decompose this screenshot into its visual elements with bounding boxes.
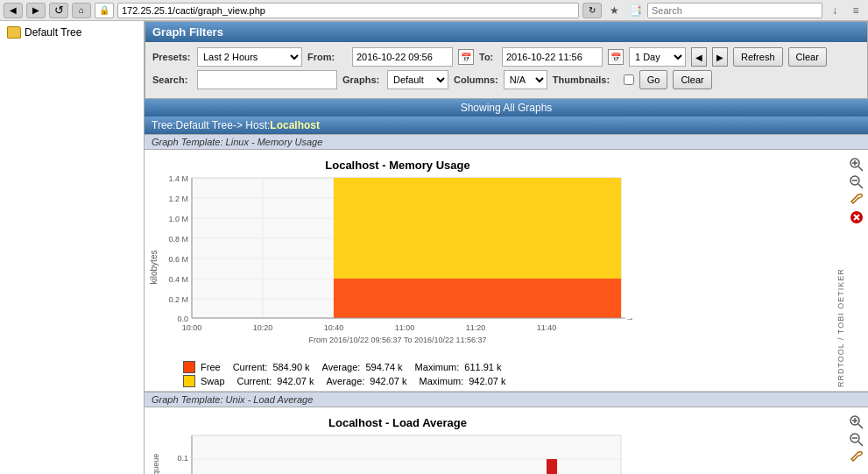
refresh-browser-button[interactable]: ↺: [49, 3, 68, 18]
legend-row-swap: Swap Current: 942.07 k Average: 942.07 k…: [183, 375, 836, 387]
timespan-select[interactable]: 1 Day: [629, 47, 686, 67]
svg-text:10:40: 10:40: [324, 323, 344, 332]
next-timespan-button[interactable]: ▶: [712, 47, 728, 67]
search-input[interactable]: [197, 70, 337, 89]
graph1-tools: [849, 153, 864, 387]
legend-current-label-swap: Current:: [237, 376, 272, 386]
to-calendar-icon[interactable]: 📅: [608, 49, 624, 65]
to-label: To:: [479, 52, 497, 62]
svg-text:0.2 M: 0.2 M: [168, 295, 188, 304]
legend-max-label-swap: Maximum:: [420, 376, 464, 386]
presets-label: Presets:: [152, 52, 192, 62]
clear-button[interactable]: Clear: [788, 47, 827, 67]
presets-select[interactable]: Last 2 Hours: [197, 47, 302, 67]
legend-current-label-free: Current:: [233, 362, 268, 372]
columns-label: Columns:: [454, 74, 498, 85]
legend-avg-label-free: Average:: [322, 362, 361, 372]
lock-icon: 🔒: [99, 5, 109, 15]
wrench-icon[interactable]: [849, 192, 864, 208]
graph1-wrapper: Localhost - Memory Usage kilobytes: [145, 150, 868, 392]
prev-timespan-button[interactable]: ◀: [691, 47, 707, 67]
svg-text:Localhost - Load Average: Localhost - Load Average: [328, 416, 467, 429]
home-button[interactable]: ⌂: [72, 3, 91, 18]
svg-line-43: [858, 184, 863, 188]
zoom-in-icon[interactable]: [849, 157, 864, 173]
legend-row-free: Free Current: 584.90 k Average: 594.74 k…: [183, 361, 836, 373]
filter-row-2: Search: Graphs: Default Columns: N/A Thu…: [152, 70, 860, 89]
filters-title: Graph Filters: [145, 22, 867, 42]
filters-panel: Graph Filters Presets: Last 2 Hours From…: [145, 21, 868, 99]
download-icon[interactable]: ↓: [826, 3, 843, 18]
zoom-out-icon[interactable]: [849, 174, 864, 190]
columns-select[interactable]: N/A: [504, 70, 547, 89]
folder-icon: [7, 26, 21, 39]
browser-search-input[interactable]: [647, 3, 822, 18]
legend-max-label-free: Maximum:: [415, 362, 460, 372]
url-bar[interactable]: [117, 3, 579, 18]
svg-text:1.2 M: 1.2 M: [168, 195, 188, 203]
graph2-wrench-icon[interactable]: [849, 449, 864, 465]
to-input[interactable]: [502, 47, 603, 67]
svg-rect-18: [334, 178, 621, 279]
from-input[interactable]: [352, 47, 453, 67]
legend-color-swap: [183, 375, 195, 387]
svg-text:From 2016/10/22 09:56:37 To 20: From 2016/10/22 09:56:37 To 2016/10/22 1…: [309, 336, 487, 344]
graphs-label: Graphs:: [342, 74, 382, 85]
filters-body: Presets: Last 2 Hours From: 📅 To: 📅 1 Da…: [145, 42, 867, 98]
from-label: From:: [307, 52, 347, 62]
go-button[interactable]: Go: [639, 70, 668, 89]
breadcrumb-arrow: ->: [233, 119, 243, 131]
svg-line-63: [858, 442, 863, 446]
graph2-zoom-in-icon[interactable]: [849, 414, 864, 430]
svg-text:11:20: 11:20: [466, 323, 486, 332]
clear2-button[interactable]: Clear: [673, 70, 711, 89]
from-calendar-icon[interactable]: 📅: [458, 49, 474, 65]
menu-icon[interactable]: ≡: [847, 3, 864, 18]
graph1-template-name: Linux - Memory Usage: [226, 137, 323, 147]
breadcrumb-host-label: Host:: [245, 119, 270, 131]
graph1-legend: Free Current: 584.90 k Average: 594.74 k…: [148, 361, 836, 387]
legend-max-free: 611.91 k: [464, 362, 501, 372]
sidebar-item-default-tree[interactable]: Default Tree: [4, 25, 140, 40]
bookmark-star-icon[interactable]: ★: [605, 3, 623, 18]
graph1-rrd-label: RRDTOOL / TOBI OETIKER: [836, 153, 845, 387]
graphs-select[interactable]: Default: [387, 70, 448, 89]
bookmark-manage-icon[interactable]: 📑: [626, 3, 644, 18]
breadcrumb-bar: Tree:Default Tree-> Host:Localhost: [145, 117, 868, 134]
svg-text:0.6 M: 0.6 M: [168, 255, 188, 264]
status-bar: Showing All Graphs: [145, 99, 868, 117]
legend-avg-swap: 942.07 k: [370, 376, 406, 386]
main-layout: Default Tree Graph Filters Presets: Last…: [0, 21, 868, 474]
svg-rect-53: [547, 459, 557, 474]
graph1-template-label: Graph Template: Linux - Memory Usage: [145, 134, 868, 150]
svg-text:11:40: 11:40: [537, 323, 557, 332]
svg-text:1.4 M: 1.4 M: [168, 174, 188, 183]
legend-avg-label-swap: Average:: [326, 376, 364, 386]
showing-label: Showing All Graphs: [461, 102, 553, 114]
svg-line-59: [858, 424, 863, 428]
legend-label-free: Free: [201, 362, 221, 372]
graph1-area: Localhost - Memory Usage kilobytes: [148, 153, 836, 387]
graph2-template-prefix: Graph Template:: [152, 394, 223, 405]
graph1-template-prefix: Graph Template:: [152, 137, 223, 147]
graph2-template-label: Graph Template: Unix - Load Average: [145, 392, 868, 407]
reload-button[interactable]: ↻: [582, 3, 602, 18]
graph1-svg: Localhost - Memory Usage kilobytes: [148, 153, 647, 355]
svg-text:kilobytes: kilobytes: [149, 251, 159, 285]
thumbnails-checkbox[interactable]: [624, 74, 634, 85]
refresh-button[interactable]: Refresh: [733, 47, 783, 67]
breadcrumb-host-name: Localhost: [270, 119, 320, 131]
legend-avg-free: 594.74 k: [365, 362, 402, 372]
rrd-label-text: RRDTOOL / TOBI OETIKER: [836, 268, 845, 387]
content-area: Graph Filters Presets: Last 2 Hours From…: [145, 21, 868, 474]
back-button[interactable]: ◀: [4, 3, 23, 18]
filter-row-1: Presets: Last 2 Hours From: 📅 To: 📅 1 Da…: [152, 47, 860, 67]
forward-button[interactable]: ▶: [26, 3, 46, 18]
sidebar-tree-label: Default Tree: [25, 26, 81, 39]
svg-text:11:00: 11:00: [395, 323, 415, 332]
legend-max-swap: 942.07 k: [469, 376, 505, 386]
delete-icon[interactable]: [849, 209, 864, 225]
svg-line-39: [858, 166, 863, 171]
graph2-zoom-out-icon[interactable]: [849, 432, 864, 448]
graph2-area: Localhost - Load Average 0.1 n queue: [148, 411, 845, 474]
